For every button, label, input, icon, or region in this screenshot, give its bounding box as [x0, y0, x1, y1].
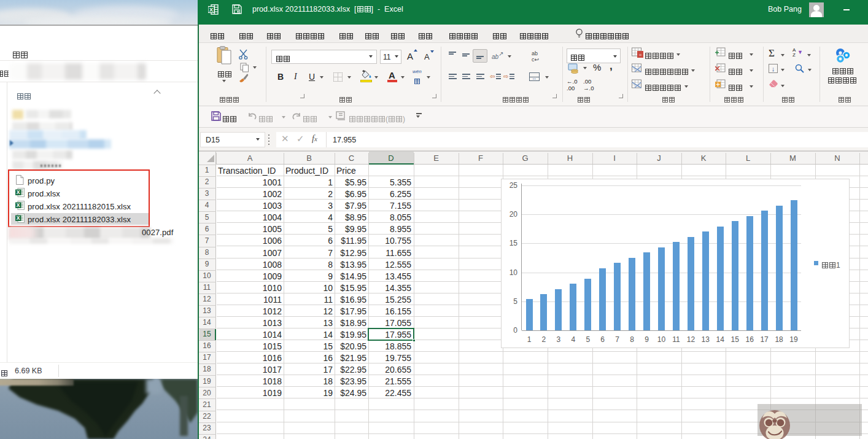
svg-text:X: X — [209, 7, 213, 13]
svg-text:=: = — [639, 52, 642, 58]
